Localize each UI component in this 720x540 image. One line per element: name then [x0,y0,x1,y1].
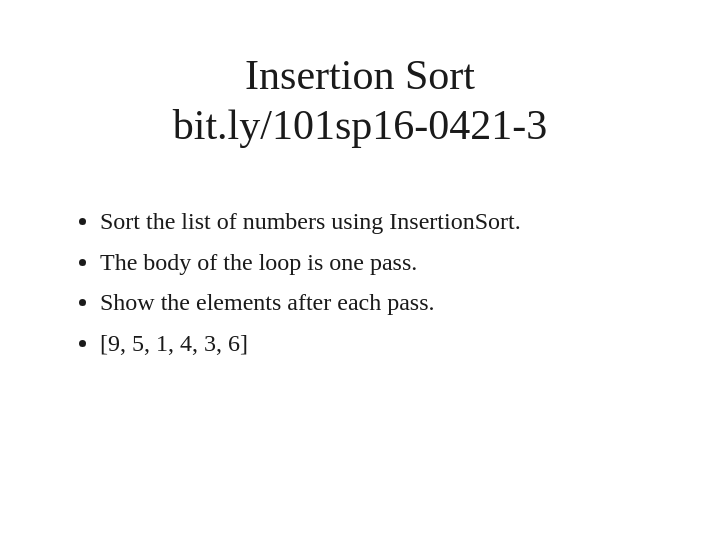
bullet-list: Sort the list of numbers using Insertion… [60,201,660,364]
main-title: Insertion Sort [173,50,548,100]
list-item: Sort the list of numbers using Insertion… [100,201,660,242]
subtitle: bit.ly/101sp16-0421-3 [173,100,548,150]
list-item: The body of the loop is one pass. [100,242,660,283]
list-item: [9, 5, 1, 4, 3, 6] [100,323,660,364]
title-block: Insertion Sort bit.ly/101sp16-0421-3 [173,50,548,151]
list-item: Show the elements after each pass. [100,282,660,323]
